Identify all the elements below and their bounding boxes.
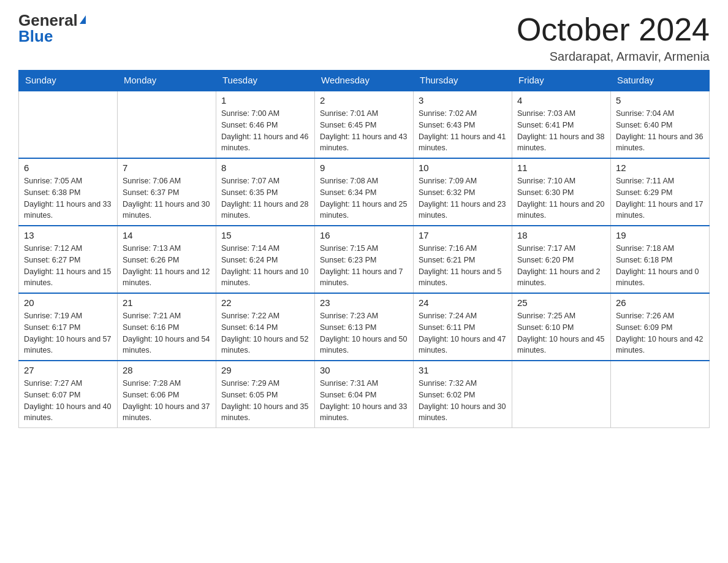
calendar-cell [118, 91, 216, 158]
calendar-cell: 1Sunrise: 7:00 AMSunset: 6:46 PMDaylight… [216, 91, 315, 158]
day-info: Sunrise: 7:02 AMSunset: 6:43 PMDaylight:… [419, 108, 507, 154]
day-info: Sunrise: 7:05 AMSunset: 6:38 PMDaylight:… [24, 175, 112, 221]
day-info: Sunrise: 7:16 AMSunset: 6:21 PMDaylight:… [419, 243, 507, 289]
day-number: 24 [419, 297, 507, 308]
day-number: 11 [517, 163, 605, 173]
calendar-cell: 15Sunrise: 7:14 AMSunset: 6:24 PMDayligh… [216, 226, 315, 293]
day-info: Sunrise: 7:15 AMSunset: 6:23 PMDaylight:… [320, 243, 408, 289]
page-header: General Blue October 2024 Sardarapat, Ar… [18, 12, 710, 64]
calendar-cell: 22Sunrise: 7:22 AMSunset: 6:14 PMDayligh… [216, 293, 315, 361]
day-number: 14 [123, 230, 211, 240]
calendar-cell: 10Sunrise: 7:09 AMSunset: 6:32 PMDayligh… [414, 158, 512, 226]
day-info: Sunrise: 7:03 AMSunset: 6:41 PMDaylight:… [517, 108, 605, 154]
calendar-cell: 20Sunrise: 7:19 AMSunset: 6:17 PMDayligh… [19, 293, 118, 361]
day-number: 23 [320, 297, 408, 308]
day-info: Sunrise: 7:10 AMSunset: 6:30 PMDaylight:… [517, 175, 605, 221]
day-info: Sunrise: 7:25 AMSunset: 6:10 PMDaylight:… [517, 310, 605, 356]
calendar-header-sunday: Sunday [19, 70, 118, 91]
calendar-header-wednesday: Wednesday [315, 70, 414, 91]
day-info: Sunrise: 7:28 AMSunset: 6:06 PMDaylight:… [123, 378, 211, 424]
logo-blue-text: Blue [18, 27, 53, 45]
day-info: Sunrise: 7:01 AMSunset: 6:45 PMDaylight:… [320, 108, 408, 154]
day-info: Sunrise: 7:04 AMSunset: 6:40 PMDaylight:… [616, 108, 704, 154]
calendar-cell [611, 361, 710, 428]
day-info: Sunrise: 7:09 AMSunset: 6:32 PMDaylight:… [419, 175, 507, 221]
day-info: Sunrise: 7:12 AMSunset: 6:27 PMDaylight:… [24, 243, 112, 289]
calendar-cell: 3Sunrise: 7:02 AMSunset: 6:43 PMDaylight… [414, 91, 512, 158]
calendar-header-tuesday: Tuesday [216, 70, 315, 91]
calendar-cell: 28Sunrise: 7:28 AMSunset: 6:06 PMDayligh… [118, 361, 216, 428]
day-info: Sunrise: 7:11 AMSunset: 6:29 PMDaylight:… [616, 175, 704, 221]
day-info: Sunrise: 7:14 AMSunset: 6:24 PMDaylight:… [221, 243, 309, 289]
location-subtitle: Sardarapat, Armavir, Armenia [517, 50, 710, 64]
calendar-cell: 17Sunrise: 7:16 AMSunset: 6:21 PMDayligh… [414, 226, 512, 293]
day-number: 7 [123, 163, 211, 173]
day-number: 21 [123, 297, 211, 308]
logo: General Blue [18, 12, 86, 44]
calendar-cell [19, 91, 118, 158]
day-number: 22 [221, 297, 309, 308]
calendar-cell: 8Sunrise: 7:07 AMSunset: 6:35 PMDaylight… [216, 158, 315, 226]
logo-top: General [18, 12, 86, 28]
day-number: 20 [24, 297, 112, 308]
day-info: Sunrise: 7:17 AMSunset: 6:20 PMDaylight:… [517, 243, 605, 289]
calendar-cell: 7Sunrise: 7:06 AMSunset: 6:37 PMDaylight… [118, 158, 216, 226]
day-number: 1 [221, 95, 309, 105]
day-info: Sunrise: 7:08 AMSunset: 6:34 PMDaylight:… [320, 175, 408, 221]
day-info: Sunrise: 7:32 AMSunset: 6:02 PMDaylight:… [419, 378, 507, 424]
day-number: 31 [419, 365, 507, 375]
calendar-cell: 27Sunrise: 7:27 AMSunset: 6:07 PMDayligh… [19, 361, 118, 428]
day-info: Sunrise: 7:00 AMSunset: 6:46 PMDaylight:… [221, 108, 309, 154]
day-number: 9 [320, 163, 408, 173]
day-info: Sunrise: 7:26 AMSunset: 6:09 PMDaylight:… [616, 310, 704, 356]
day-info: Sunrise: 7:06 AMSunset: 6:37 PMDaylight:… [123, 175, 211, 221]
calendar-table: SundayMondayTuesdayWednesdayThursdayFrid… [18, 70, 710, 428]
calendar-header-row: SundayMondayTuesdayWednesdayThursdayFrid… [19, 70, 710, 91]
day-number: 16 [320, 230, 408, 240]
calendar-cell: 16Sunrise: 7:15 AMSunset: 6:23 PMDayligh… [315, 226, 414, 293]
calendar-cell: 21Sunrise: 7:21 AMSunset: 6:16 PMDayligh… [118, 293, 216, 361]
day-number: 30 [320, 365, 408, 375]
day-number: 4 [517, 95, 605, 105]
day-number: 12 [616, 163, 704, 173]
day-info: Sunrise: 7:23 AMSunset: 6:13 PMDaylight:… [320, 310, 408, 356]
calendar-cell: 29Sunrise: 7:29 AMSunset: 6:05 PMDayligh… [216, 361, 315, 428]
day-number: 13 [24, 230, 112, 240]
title-section: October 2024 Sardarapat, Armavir, Armeni… [517, 12, 710, 64]
calendar-cell: 24Sunrise: 7:24 AMSunset: 6:11 PMDayligh… [414, 293, 512, 361]
day-number: 25 [517, 297, 605, 308]
calendar-cell: 4Sunrise: 7:03 AMSunset: 6:41 PMDaylight… [512, 91, 611, 158]
calendar-header-friday: Friday [512, 70, 611, 91]
calendar-cell [512, 361, 611, 428]
calendar-cell: 12Sunrise: 7:11 AMSunset: 6:29 PMDayligh… [611, 158, 710, 226]
calendar-cell: 9Sunrise: 7:08 AMSunset: 6:34 PMDaylight… [315, 158, 414, 226]
calendar-week-row: 20Sunrise: 7:19 AMSunset: 6:17 PMDayligh… [19, 293, 710, 361]
calendar-cell: 5Sunrise: 7:04 AMSunset: 6:40 PMDaylight… [611, 91, 710, 158]
day-number: 26 [616, 297, 704, 308]
calendar-cell: 23Sunrise: 7:23 AMSunset: 6:13 PMDayligh… [315, 293, 414, 361]
day-info: Sunrise: 7:22 AMSunset: 6:14 PMDaylight:… [221, 310, 309, 356]
logo-triangle-icon [80, 15, 86, 24]
day-number: 3 [419, 95, 507, 105]
day-number: 10 [419, 163, 507, 173]
calendar-header-thursday: Thursday [414, 70, 512, 91]
day-number: 29 [221, 365, 309, 375]
day-info: Sunrise: 7:19 AMSunset: 6:17 PMDaylight:… [24, 310, 112, 356]
calendar-week-row: 27Sunrise: 7:27 AMSunset: 6:07 PMDayligh… [19, 361, 710, 428]
day-number: 6 [24, 163, 112, 173]
day-number: 18 [517, 230, 605, 240]
day-number: 19 [616, 230, 704, 240]
day-info: Sunrise: 7:27 AMSunset: 6:07 PMDaylight:… [24, 378, 112, 424]
calendar-cell: 30Sunrise: 7:31 AMSunset: 6:04 PMDayligh… [315, 361, 414, 428]
calendar-header-saturday: Saturday [611, 70, 710, 91]
day-info: Sunrise: 7:07 AMSunset: 6:35 PMDaylight:… [221, 175, 309, 221]
month-title: October 2024 [517, 12, 710, 47]
calendar-cell: 31Sunrise: 7:32 AMSunset: 6:02 PMDayligh… [414, 361, 512, 428]
calendar-cell: 2Sunrise: 7:01 AMSunset: 6:45 PMDaylight… [315, 91, 414, 158]
calendar-week-row: 13Sunrise: 7:12 AMSunset: 6:27 PMDayligh… [19, 226, 710, 293]
day-info: Sunrise: 7:31 AMSunset: 6:04 PMDaylight:… [320, 378, 408, 424]
calendar-week-row: 6Sunrise: 7:05 AMSunset: 6:38 PMDaylight… [19, 158, 710, 226]
day-number: 8 [221, 163, 309, 173]
calendar-cell: 18Sunrise: 7:17 AMSunset: 6:20 PMDayligh… [512, 226, 611, 293]
calendar-cell: 26Sunrise: 7:26 AMSunset: 6:09 PMDayligh… [611, 293, 710, 361]
